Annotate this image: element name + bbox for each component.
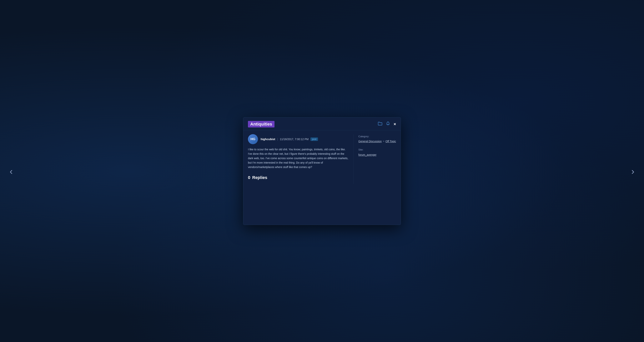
post-separator: | — [277, 137, 278, 141]
next-button[interactable]: › — [628, 162, 638, 180]
post-content: I like to scour the web for old shit. Yo… — [248, 147, 349, 169]
category-label: Category: — [358, 135, 396, 138]
replies-section: 0 Replies — [248, 175, 349, 180]
folder-icon[interactable] — [378, 122, 382, 127]
post-author: highcubist — [261, 137, 275, 141]
category-path: General Discussion > Off Topic — [358, 140, 396, 143]
bell-icon[interactable] — [386, 121, 390, 127]
category-chevron-icon: > — [383, 140, 384, 143]
post-meta: highcubist | 11/16/2017, 7:00:12 PM post — [261, 137, 318, 141]
close-button[interactable]: × — [394, 122, 396, 127]
modal-header: Antiquities × — [243, 117, 401, 130]
avatar: HG — [248, 134, 258, 144]
replies-number: 0 — [248, 175, 250, 180]
header-icons: × — [378, 121, 396, 127]
post-type-badge: post — [310, 137, 318, 141]
replies-count-row: 0 Replies — [248, 175, 349, 180]
modal-sidebar: Category: General Discussion > Off Topic… — [354, 134, 396, 184]
replies-label: Replies — [252, 175, 267, 180]
category-parent-link[interactable]: General Discussion — [358, 140, 382, 143]
post-modal: Antiquities × — [243, 117, 401, 225]
site-name-link[interactable]: forum_avenger — [358, 153, 376, 156]
prev-button[interactable]: ‹ — [6, 162, 16, 180]
post-header: HG highcubist | 11/16/2017, 7:00:12 PM p… — [248, 134, 349, 144]
category-child-link[interactable]: Off Topic — [386, 140, 396, 143]
site-label: Site: — [358, 148, 396, 151]
modal-title: Antiquities — [248, 121, 274, 127]
category-section: Category: General Discussion > Off Topic — [358, 135, 396, 143]
site-section: Site: forum_avenger — [358, 148, 396, 156]
modal-body: HG highcubist | 11/16/2017, 7:00:12 PM p… — [243, 130, 401, 188]
modal-main-content: HG highcubist | 11/16/2017, 7:00:12 PM p… — [248, 134, 354, 184]
post-date: 11/16/2017, 7:00:12 PM — [280, 138, 308, 141]
